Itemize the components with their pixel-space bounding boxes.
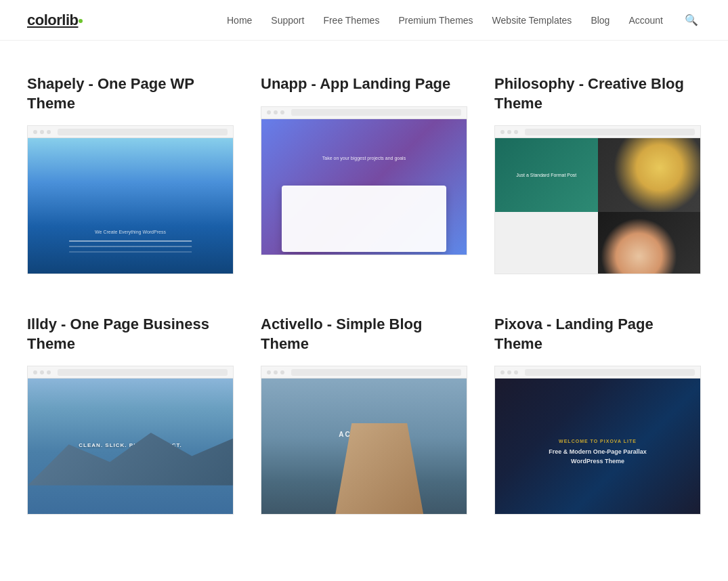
logo-dot xyxy=(79,19,83,23)
main-content: Shapely - One Page WP Theme Unapp - App … xyxy=(0,41,728,542)
browser-url xyxy=(58,129,228,135)
nav-home[interactable]: Home xyxy=(227,15,252,26)
theme-image-philosophy[interactable]: Just a Standard Format Post xyxy=(494,125,701,274)
theme-image-illdy[interactable] xyxy=(27,366,234,515)
browser-bar-unapp xyxy=(261,107,467,119)
browser-dot-3 xyxy=(47,130,51,134)
browser-dot-1 xyxy=(33,370,37,374)
browser-dot-3 xyxy=(514,130,518,134)
browser-dot-3 xyxy=(514,370,518,374)
search-icon: 🔍 xyxy=(685,14,698,26)
theme-image-pixova[interactable] xyxy=(494,366,701,515)
theme-card-illdy: Illdy - One Page Business Theme xyxy=(27,315,234,515)
browser-url xyxy=(525,369,695,376)
browser-dot-3 xyxy=(280,110,284,114)
logo[interactable]: colorlib xyxy=(27,12,83,29)
browser-url xyxy=(525,129,695,135)
illdy-mountain xyxy=(28,427,233,486)
philosophy-screenshot: Just a Standard Format Post xyxy=(495,138,700,274)
philosophy-cell-2 xyxy=(598,138,701,212)
theme-title-shapely: Shapely - One Page WP Theme xyxy=(27,74,234,113)
theme-title-illdy: Illdy - One Page Business Theme xyxy=(27,315,234,353)
logo-text: colorlib xyxy=(27,12,78,29)
browser-dot-2 xyxy=(40,370,44,374)
browser-dot-2 xyxy=(40,130,44,134)
activello-screenshot xyxy=(261,379,467,515)
theme-title-unapp: Unapp - App Landing Page xyxy=(261,74,467,94)
nav-support[interactable]: Support xyxy=(271,15,304,26)
browser-bar-illdy xyxy=(28,366,233,379)
browser-dot-2 xyxy=(507,370,511,374)
browser-dot-2 xyxy=(274,110,278,114)
search-button[interactable]: 🔍 xyxy=(682,11,701,29)
browser-dot-2 xyxy=(274,370,278,374)
browser-dot-1 xyxy=(267,370,271,374)
shapely-screenshot xyxy=(28,138,233,274)
nav-free-themes[interactable]: Free Themes xyxy=(323,15,379,26)
browser-bar-activello xyxy=(261,366,467,379)
theme-card-philosophy: Philosophy - Creative Blog Theme Just a … xyxy=(494,74,701,274)
browser-bar-philosophy xyxy=(495,126,700,138)
theme-image-unapp[interactable] xyxy=(261,106,467,255)
browser-dot-3 xyxy=(280,370,284,374)
browser-dot-3 xyxy=(47,370,51,374)
browser-url xyxy=(58,369,228,376)
theme-title-philosophy: Philosophy - Creative Blog Theme xyxy=(494,74,701,113)
nav-account[interactable]: Account xyxy=(628,15,663,26)
browser-bar xyxy=(28,126,233,138)
theme-image-shapely[interactable] xyxy=(27,125,234,274)
browser-url xyxy=(291,369,461,376)
site-header: colorlib Home Support Free Themes Premiu… xyxy=(0,0,728,41)
nav-website-templates[interactable]: Website Templates xyxy=(492,15,572,26)
nav-premium-themes[interactable]: Premium Themes xyxy=(398,15,473,26)
browser-dot-1 xyxy=(267,110,271,114)
browser-dot-2 xyxy=(507,130,511,134)
theme-image-activello[interactable] xyxy=(261,366,467,515)
browser-dot-1 xyxy=(500,130,505,134)
browser-bar-pixova xyxy=(495,366,700,379)
philosophy-cell-3 xyxy=(495,212,598,274)
pixova-screenshot xyxy=(495,379,700,515)
browser-dot-1 xyxy=(500,370,505,374)
illdy-screenshot xyxy=(28,379,233,515)
theme-grid: Shapely - One Page WP Theme Unapp - App … xyxy=(27,74,701,515)
theme-card-pixova: Pixova - Landing Page Theme xyxy=(494,315,701,515)
browser-dot-1 xyxy=(33,130,37,134)
theme-title-pixova: Pixova - Landing Page Theme xyxy=(494,315,701,353)
theme-card-unapp: Unapp - App Landing Page xyxy=(261,74,467,274)
nav-blog[interactable]: Blog xyxy=(591,15,609,26)
philosophy-cell-1: Just a Standard Format Post xyxy=(495,138,598,212)
main-nav: Home Support Free Themes Premium Themes … xyxy=(227,11,701,29)
unapp-screenshot xyxy=(261,119,467,255)
theme-title-activello: Activello - Simple Blog Theme xyxy=(261,315,467,353)
philosophy-cell-4 xyxy=(598,212,701,274)
theme-card-shapely: Shapely - One Page WP Theme xyxy=(27,74,234,274)
theme-card-activello: Activello - Simple Blog Theme xyxy=(261,315,467,515)
browser-url xyxy=(291,109,461,116)
